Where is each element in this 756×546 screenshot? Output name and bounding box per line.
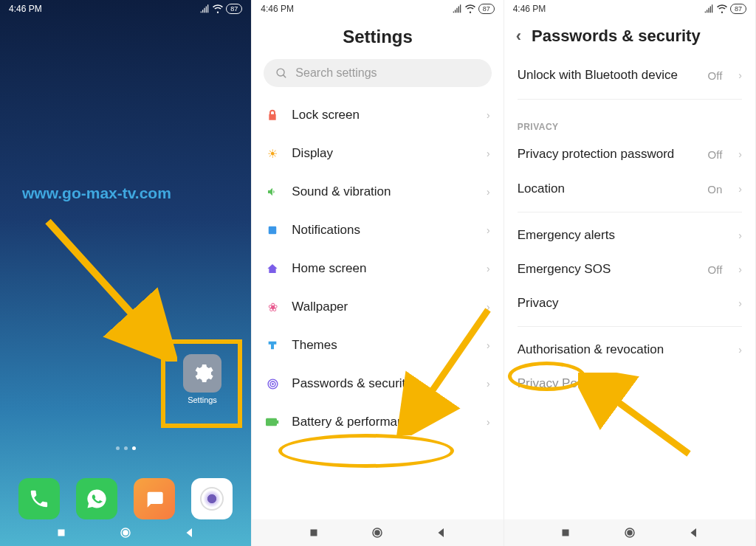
- nav-back-icon[interactable]: [687, 526, 701, 539]
- notification-icon: [265, 223, 280, 238]
- phone-app[interactable]: [18, 478, 60, 519]
- signal-icon: [199, 4, 210, 14]
- row-notifications[interactable]: Notifications ›: [252, 211, 503, 249]
- chevron-right-icon: ›: [487, 263, 490, 274]
- nav-bar: [252, 519, 503, 546]
- chevron-right-icon: ›: [487, 224, 490, 236]
- svg-rect-11: [266, 418, 277, 426]
- flower-icon: ❀: [265, 300, 280, 314]
- annotation-arrow: [37, 214, 177, 362]
- search-input[interactable]: Search settings: [264, 59, 491, 87]
- row-privacy-policy[interactable]: Privacy Policy: [504, 367, 755, 401]
- row-label: Privacy: [518, 296, 727, 311]
- row-privacy-protection-password[interactable]: Privacy protection password Off ›: [504, 136, 755, 172]
- wifi-icon: [213, 4, 223, 14]
- wifi-icon: [717, 4, 727, 14]
- watermark: www.go-max-tv.com: [22, 184, 171, 202]
- row-label: Emergency SOS: [518, 262, 696, 277]
- status-bar: 4:46 PM 87: [252, 0, 503, 18]
- svg-line-1: [48, 221, 155, 339]
- nav-home-icon[interactable]: [119, 526, 132, 539]
- status-icons: 87: [452, 4, 495, 14]
- fingerprint-icon: [265, 376, 280, 391]
- signal-icon: [704, 4, 714, 14]
- svg-point-5: [277, 69, 284, 76]
- dock: [0, 478, 251, 519]
- row-emergency-sos[interactable]: Emergency SOS Off ›: [504, 252, 755, 286]
- row-value: Off: [708, 263, 723, 276]
- whatsapp-app[interactable]: [76, 478, 117, 519]
- settings-app-label: Settings: [183, 395, 221, 404]
- nav-recent-icon[interactable]: [55, 526, 68, 539]
- chevron-right-icon: ›: [738, 183, 742, 195]
- page-indicator: [0, 446, 251, 450]
- row-privacy[interactable]: Privacy ›: [504, 286, 755, 320]
- row-authorisation[interactable]: Authorisation & revocation ›: [504, 333, 755, 367]
- phone-passwords-security: 4:46 PM 87 ‹ Passwords & security Unlock…: [504, 0, 756, 546]
- row-value: On: [707, 183, 722, 196]
- home-icon: [265, 261, 280, 276]
- nav-home-icon[interactable]: [371, 526, 384, 539]
- nav-back-icon[interactable]: [183, 526, 196, 539]
- nav-recent-icon[interactable]: [559, 526, 572, 539]
- settings-list[interactable]: Lock screen › ☀ Display › Sound & vibrat…: [252, 96, 503, 519]
- home-wallpaper: 4:46 PM 87 www.go-max-tv.com Settings: [0, 0, 251, 546]
- row-label: Display: [292, 146, 475, 161]
- battery-icon: 87: [226, 4, 242, 14]
- gear-icon: [183, 354, 221, 393]
- row-sound[interactable]: Sound & vibration ›: [252, 173, 503, 211]
- messages-app[interactable]: [134, 478, 175, 519]
- row-home-screen[interactable]: Home screen ›: [252, 249, 503, 288]
- search-icon: [275, 67, 288, 80]
- status-icons: 87: [199, 4, 242, 14]
- chevron-right-icon: ›: [738, 148, 742, 160]
- svg-rect-18: [563, 530, 569, 536]
- row-label: Privacy Policy: [518, 376, 742, 391]
- row-battery[interactable]: Battery & performance ›: [252, 403, 503, 441]
- nav-bar: [0, 519, 251, 546]
- back-button[interactable]: ‹: [516, 27, 521, 46]
- volume-icon: [265, 184, 280, 199]
- row-label: Sound & vibration: [292, 184, 475, 199]
- search-placeholder: Search settings: [295, 66, 377, 80]
- sun-icon: ☀: [265, 146, 280, 161]
- svg-rect-7: [269, 227, 277, 235]
- signal-icon: [452, 4, 462, 14]
- svg-point-20: [628, 531, 632, 535]
- nav-recent-icon[interactable]: [307, 526, 320, 539]
- row-bluetooth-unlock[interactable]: Unlock with Bluetooth device Off ›: [504, 58, 755, 93]
- settings-app[interactable]: Settings: [183, 354, 221, 404]
- section-header-privacy: PRIVACY: [504, 106, 755, 136]
- row-label: Location: [518, 182, 696, 196]
- row-emergency-alerts[interactable]: Emergency alerts ›: [504, 218, 755, 252]
- row-themes[interactable]: Themes ›: [252, 326, 503, 364]
- row-label: Lock screen: [292, 108, 475, 122]
- battery-icon: 87: [478, 4, 495, 14]
- camera-app[interactable]: [191, 478, 233, 519]
- row-lock-screen[interactable]: Lock screen ›: [252, 96, 503, 134]
- phone-settings: 4:46 PM 87 Settings Search settings Lock…: [252, 0, 504, 546]
- row-display[interactable]: ☀ Display ›: [252, 134, 503, 173]
- chevron-right-icon: ›: [738, 263, 742, 275]
- page-title: Passwords & security: [532, 27, 701, 46]
- divider: [518, 212, 742, 212]
- nav-home-icon[interactable]: [623, 526, 636, 539]
- svg-rect-13: [310, 530, 317, 536]
- svg-rect-12: [277, 421, 278, 424]
- chevron-right-icon: ›: [738, 344, 742, 356]
- nav-bar: [504, 519, 755, 546]
- chevron-right-icon: ›: [487, 186, 490, 198]
- row-value: Off: [708, 148, 723, 161]
- nav-back-icon[interactable]: [435, 526, 448, 539]
- brush-icon: [265, 338, 280, 353]
- svg-point-4: [123, 531, 128, 535]
- lock-icon: [265, 108, 280, 122]
- row-label: Privacy protection password: [518, 146, 696, 162]
- row-passwords-security[interactable]: Passwords & security ›: [252, 364, 503, 403]
- row-label: Emergency alerts: [518, 228, 727, 243]
- page-title: Settings: [252, 18, 503, 59]
- row-label: Authorisation & revocation: [518, 342, 727, 357]
- chevron-right-icon: ›: [738, 69, 742, 81]
- row-wallpaper[interactable]: ❀ Wallpaper ›: [252, 288, 503, 326]
- row-location[interactable]: Location On ›: [504, 172, 755, 206]
